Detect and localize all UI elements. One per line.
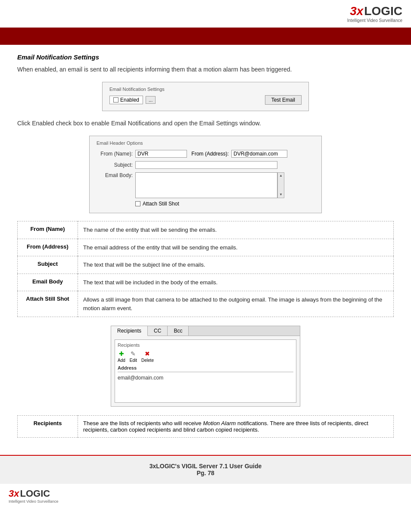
recipients-toolbar: ✚ Add ✎ Edit ✖ Delete — [118, 350, 293, 363]
recipients-desc-table: Recipients These are the lists of recipi… — [17, 415, 394, 438]
section2-description: Click Enabled check box to enable Email … — [17, 119, 394, 128]
subject-label: Subject: — [97, 162, 135, 168]
table-row: Subject The text that will be the subjec… — [18, 256, 394, 274]
edit-button[interactable]: ✎ Edit — [130, 350, 137, 363]
from-name-row: From (Name): From (Address): — [97, 150, 314, 158]
recipients-tabs: Recipients CC Bcc — [111, 326, 300, 336]
header-logo: 3xLOGIC Intelligent Video Surveillance — [347, 4, 402, 23]
attach-still-shot-checkbox[interactable] — [135, 201, 140, 206]
address-header: Address — [118, 365, 293, 372]
edit-icon: ✎ — [131, 350, 136, 357]
recipients-inner-title: Recipients — [118, 342, 293, 348]
recipients-inner-box: Recipients ✚ Add ✎ Edit ✖ Delete Address… — [115, 339, 296, 403]
from-name-label: From (Name): — [97, 151, 135, 157]
subject-input[interactable] — [135, 161, 277, 169]
add-button[interactable]: ✚ Add — [118, 350, 125, 363]
table-desc-from-name: The name of the entity that will be send… — [78, 221, 394, 239]
table-desc-subject: The text that will be the subject line o… — [78, 256, 394, 274]
main-content: Email Notification Settings When enabled… — [0, 45, 411, 455]
table-row: From (Name) The name of the entity that … — [18, 221, 394, 239]
page-footer: 3xLOGIC's VIGIL Server 7.1 User Guide Pg… — [0, 455, 411, 483]
from-address-input[interactable] — [231, 150, 287, 158]
email-body-textarea[interactable] — [135, 172, 277, 198]
bottom-bar: 3xLOGIC Intelligent Video Surveillance — [0, 483, 411, 508]
scroll-up-arrow: ▲ — [278, 173, 284, 179]
logo-3x: 3x — [350, 4, 363, 18]
attach-still-shot-label: Attach Still Shot — [143, 201, 179, 207]
delete-button[interactable]: ✖ Delete — [141, 350, 154, 363]
bottom-logo-tagline: Intelligent Video Surveillance — [9, 499, 58, 504]
bottom-logo-logic: LOGIC — [20, 488, 50, 499]
recipients-field: Recipients — [18, 416, 78, 438]
page-header: 3xLOGIC Intelligent Video Surveillance — [0, 0, 411, 28]
edit-label: Edit — [130, 358, 137, 363]
header-options-title: Email Header Options — [97, 140, 314, 146]
tab-bcc[interactable]: Bcc — [168, 326, 189, 336]
logo-tagline: Intelligent Video Surveillance — [347, 18, 402, 23]
from-name-input[interactable] — [135, 150, 187, 158]
section1-title: Email Notification Settings — [17, 53, 394, 61]
address-list: email@domain.com — [118, 374, 293, 400]
table-row: From (Address) The email address of the … — [18, 239, 394, 256]
bottom-logo: 3xLOGIC Intelligent Video Surveillance — [9, 488, 58, 504]
table-field-attach-still-shot: Attach Still Shot — [18, 291, 78, 317]
recipients-description: These are the lists of recipients who wi… — [78, 416, 394, 438]
table-row: Recipients These are the lists of recipi… — [18, 416, 394, 438]
table-field-from-address: From (Address) — [18, 239, 78, 256]
tab-cc[interactable]: CC — [148, 326, 168, 336]
test-email-button[interactable]: Test Email — [265, 95, 302, 105]
enabled-row: Enabled ... Test Email — [109, 95, 302, 105]
table-row: Attach Still Shot Allows a still image f… — [18, 291, 394, 317]
email-body-row: Email Body: ▲ ▼ — [97, 172, 314, 198]
recipients-outer-box: Recipients CC Bcc Recipients ✚ Add ✎ Edi… — [111, 326, 300, 407]
table-field-email-body: Email Body — [18, 274, 78, 291]
address-item: email@domain.com — [118, 374, 293, 382]
from-address-label: From (Address): — [190, 151, 231, 157]
table-desc-attach-still-shot: Allows a still image from that camera to… — [78, 291, 394, 317]
bottom-logo-3x: 3x — [9, 488, 19, 499]
enabled-checkbox[interactable] — [113, 97, 118, 103]
footer-line2: Pg. 78 — [7, 470, 404, 476]
scrollbar: ▲ ▼ — [277, 172, 284, 198]
email-notification-settings-box: Email Notification Settings Enabled ... … — [102, 82, 309, 111]
table-desc-email-body: The text that will be included in the bo… — [78, 274, 394, 291]
table-desc-from-address: The email address of the entity that wil… — [78, 239, 394, 256]
table-row: Email Body The text that will be include… — [18, 274, 394, 291]
scroll-down-arrow: ▼ — [278, 192, 284, 198]
dots-button[interactable]: ... — [146, 96, 156, 104]
attach-still-shot-row: Attach Still Shot — [135, 201, 314, 207]
enabled-checkbox-area[interactable]: Enabled — [109, 96, 143, 104]
email-header-options-box: Email Header Options From (Name): From (… — [89, 136, 322, 213]
info-table: From (Name) The name of the entity that … — [17, 221, 394, 317]
red-banner — [0, 28, 411, 45]
table-field-subject: Subject — [18, 256, 78, 274]
add-icon: ✚ — [119, 350, 124, 357]
section1-description: When enabled, an email is sent to all re… — [17, 65, 394, 74]
footer-line1: 3xLOGIC's VIGIL Server 7.1 User Guide — [7, 463, 404, 470]
tab-recipients[interactable]: Recipients — [111, 326, 148, 336]
subject-row: Subject: — [97, 161, 314, 169]
delete-label: Delete — [141, 358, 154, 363]
table-field-from-name: From (Name) — [18, 221, 78, 239]
logo-logic: LOGIC — [364, 4, 402, 18]
email-body-label: Email Body: — [97, 172, 135, 178]
enabled-label: Enabled — [120, 97, 139, 103]
ui-box-title: Email Notification Settings — [109, 87, 302, 92]
add-label: Add — [118, 358, 125, 363]
delete-icon: ✖ — [145, 350, 150, 357]
